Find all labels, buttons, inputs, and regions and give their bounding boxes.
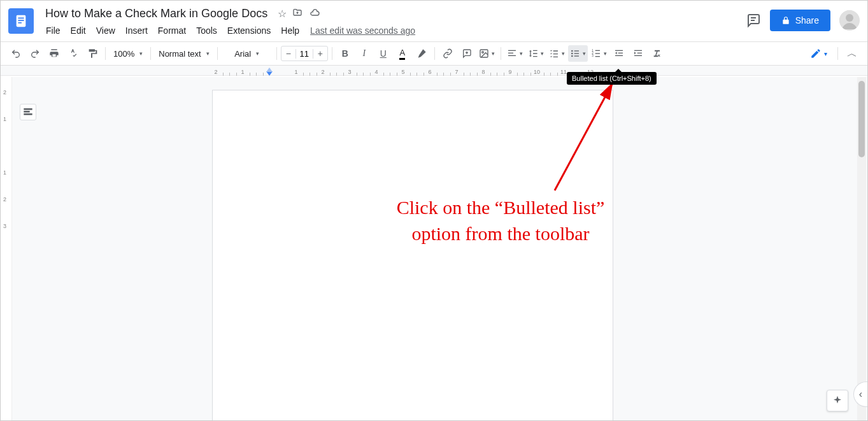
svg-rect-28 [618,53,622,54]
header: How to Make a Check Mark in Google Docs … [1,1,867,41]
svg-rect-33 [24,109,32,110]
svg-rect-30 [634,50,642,51]
svg-text:3: 3 [592,54,594,57]
share-button[interactable]: Share [770,10,830,31]
svg-point-17 [571,53,573,55]
font-size-control: − 11 + [281,46,328,61]
menu-help[interactable]: Help [276,23,304,38]
text-color-button[interactable]: A [394,45,411,62]
explore-button[interactable] [827,390,848,411]
font-select[interactable]: Arial [222,45,273,62]
move-icon[interactable] [292,8,303,20]
insert-link-button[interactable] [439,45,457,62]
paint-format-button[interactable] [83,45,101,62]
outline-toggle[interactable] [20,104,36,120]
svg-rect-22 [595,50,599,51]
zoom-select[interactable]: 100% [110,45,146,62]
ruler-number: 3 [348,69,351,75]
last-edit-link[interactable]: Last edit was seconds ago [310,25,415,36]
font-value: Arial [234,49,251,59]
line-spacing-button[interactable] [526,45,546,62]
ruler-number: 1 [241,69,244,75]
side-panel-toggle[interactable]: ‹ [853,382,867,407]
comments-icon[interactable] [746,13,761,28]
ruler-number: 1 [3,169,6,176]
checklist-button[interactable] [547,45,567,62]
svg-point-15 [571,50,573,52]
separator [150,47,151,60]
menu-view[interactable]: View [92,23,120,38]
ruler-number: 4 [374,69,378,75]
svg-rect-18 [574,53,578,54]
title-area: How to Make a Check Mark in Google Docs … [41,6,746,38]
ruler-number: 9 [508,69,511,75]
doc-title[interactable]: How to Make a Check Mark in Google Docs [41,6,271,22]
redo-button[interactable] [26,45,44,62]
ruler-number: 2 [321,69,324,75]
menu-insert[interactable]: Insert [121,23,152,38]
ruler-number: 2 [3,196,6,203]
ruler-number: 11 [560,69,567,75]
page[interactable] [212,90,613,420]
scrollbar-thumb[interactable] [858,81,865,157]
separator [332,47,332,60]
svg-rect-16 [574,50,578,51]
spellcheck-button[interactable] [64,45,82,62]
svg-rect-26 [595,56,599,57]
separator [434,47,435,60]
menu-edit[interactable]: Edit [66,23,90,38]
italic-button[interactable]: I [355,45,373,62]
align-button[interactable] [505,45,525,62]
avatar[interactable] [839,10,860,31]
cloud-icon[interactable] [308,8,321,20]
ruler-number: 6 [428,69,431,75]
undo-button[interactable] [7,45,25,62]
document-canvas: 21123 Click on the “Bulleted list” optio… [1,77,867,420]
horizontal-ruler[interactable]: 21123456789101112 [1,66,867,76]
separator [276,47,277,60]
bold-button[interactable]: B [336,45,354,62]
svg-point-7 [846,14,853,22]
star-icon[interactable]: ☆ [278,8,287,20]
vertical-ruler[interactable]: 21123 [1,77,12,420]
svg-rect-12 [508,50,516,51]
paragraph-style-select[interactable]: Normal text [155,45,213,62]
clear-formatting-button[interactable] [648,45,666,62]
svg-rect-14 [508,55,516,56]
ruler-number: 2 [214,69,217,75]
highlight-button[interactable] [413,45,430,62]
zoom-value: 100% [113,49,134,59]
insert-image-button[interactable] [477,45,497,62]
svg-rect-29 [615,55,623,56]
font-size-decrease[interactable]: − [281,48,295,59]
numbered-list-button[interactable]: 123 [589,45,609,62]
bulleted-list-button[interactable] [568,45,588,62]
separator [105,47,106,60]
header-right: Share [746,10,860,31]
svg-rect-3 [18,22,22,24]
print-button[interactable] [45,45,63,62]
font-size-value[interactable]: 11 [295,49,313,59]
svg-rect-2 [18,20,24,21]
ruler-number: 10 [534,69,540,75]
menu-tools[interactable]: Tools [192,23,222,38]
add-comment-button[interactable] [458,45,476,62]
svg-rect-27 [615,50,623,51]
svg-rect-34 [24,111,29,112]
docs-logo[interactable] [8,8,34,34]
menu-file[interactable]: File [41,23,65,38]
increase-indent-button[interactable] [629,45,647,62]
ruler-number: 7 [455,69,458,75]
ruler-number: 5 [401,69,404,75]
font-size-increase[interactable]: + [313,48,327,59]
underline-button[interactable]: U [374,45,392,62]
hide-menus-button[interactable]: ︿ [843,45,861,63]
editing-mode-button[interactable]: ▾ [805,46,832,61]
menubar: File Edit View Insert Format Tools Exten… [41,23,746,38]
decrease-indent-button[interactable] [610,45,628,62]
menu-format[interactable]: Format [153,23,190,38]
svg-rect-31 [637,53,641,54]
menu-extensions[interactable]: Extensions [223,23,275,38]
vertical-scrollbar[interactable] [857,77,866,420]
svg-rect-32 [634,55,642,56]
